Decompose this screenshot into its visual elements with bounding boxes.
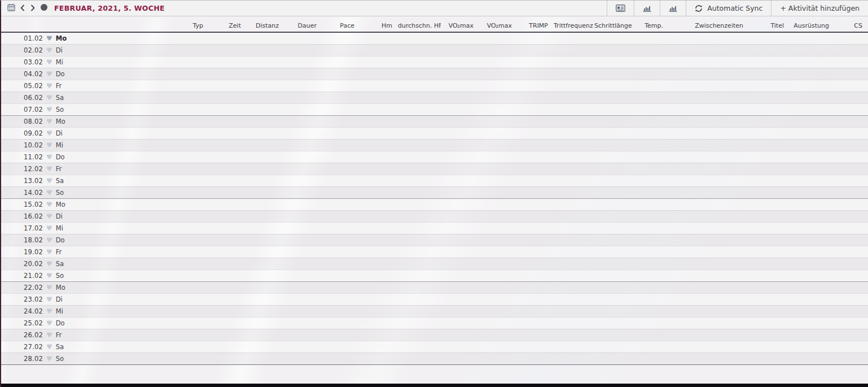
heart-icon[interactable]: ♥ <box>46 308 52 315</box>
empty-cell <box>247 293 284 305</box>
column-header-hm[interactable]: Hm <box>360 20 398 32</box>
prev-week-button[interactable] <box>17 1 28 16</box>
heart-icon[interactable]: ♥ <box>46 166 52 172</box>
heart-icon[interactable]: ♥ <box>46 332 52 338</box>
empty-cell <box>594 186 634 198</box>
date-cell: 22.02♥Mo <box>1 281 170 293</box>
empty-cell <box>322 127 360 139</box>
calendar-button[interactable] <box>5 1 17 16</box>
column-header-trimp[interactable]: TRIMP <box>518 20 554 32</box>
heart-icon[interactable]: ♥ <box>46 35 52 42</box>
empty-cell <box>594 151 634 163</box>
column-header-ausr-stung[interactable]: Ausrüstung <box>790 20 835 32</box>
heart-icon[interactable]: ♥ <box>46 272 52 279</box>
heart-icon[interactable]: ♥ <box>46 94 52 101</box>
column-header-dauer[interactable]: Dauer <box>284 20 322 32</box>
empty-cell <box>247 329 284 341</box>
heart-icon[interactable]: ♥ <box>46 71 52 77</box>
column-header-titel[interactable]: Titel <box>749 20 790 32</box>
empty-cell <box>170 186 209 198</box>
column-header-vo-max[interactable]: VO₂max <box>479 20 518 32</box>
heart-icon[interactable]: ♥ <box>46 249 52 255</box>
empty-cell <box>170 269 209 281</box>
column-header-distanz[interactable]: Distanz <box>247 20 284 32</box>
empty-cell <box>322 175 360 186</box>
empty-cell <box>594 222 634 234</box>
heart-icon[interactable]: ♥ <box>46 177 52 184</box>
empty-cell <box>479 269 518 281</box>
empty-cell <box>835 317 868 329</box>
empty-cell <box>170 68 209 80</box>
column-header-temp-[interactable]: Temp. <box>634 20 669 32</box>
heart-icon[interactable]: ♥ <box>46 237 52 243</box>
empty-cell <box>518 258 554 269</box>
empty-cell <box>247 269 284 281</box>
month-statistics-button[interactable] <box>634 1 660 16</box>
empty-cell <box>518 281 554 293</box>
empty-cell <box>360 281 398 293</box>
heart-icon[interactable]: ♥ <box>46 296 52 303</box>
empty-cell <box>835 234 868 246</box>
period-title[interactable]: FEBRUAR, 2021, 5. WOCHE <box>54 4 165 12</box>
heart-icon[interactable]: ♥ <box>46 47 52 54</box>
empty-cell <box>441 258 479 269</box>
column-header-zeit[interactable]: Zeit <box>209 20 247 32</box>
empty-cell <box>441 281 479 293</box>
column-header-cs[interactable]: CS <box>835 20 868 32</box>
empty-cell <box>247 341 284 353</box>
empty-cell <box>835 44 868 56</box>
empty-cell <box>398 234 441 246</box>
column-header-pace[interactable]: Pace <box>322 20 360 32</box>
heart-icon[interactable]: ♥ <box>46 130 52 137</box>
column-header-schrittl-nge[interactable]: Schrittlänge <box>594 20 634 32</box>
toolbar-left: FEBRUAR, 2021, 5. WOCHE <box>1 1 165 16</box>
date-cell: 08.02♥Mo <box>1 115 170 127</box>
automatic-sync-button[interactable]: Automatic Sync <box>686 1 771 16</box>
empty-cell <box>322 198 360 210</box>
heart-icon[interactable]: ♥ <box>46 189 52 196</box>
empty-cell <box>790 258 835 269</box>
heart-icon[interactable]: ♥ <box>46 82 52 89</box>
add-activity-button[interactable]: + Aktivität hinzufügen <box>771 1 868 16</box>
heart-icon[interactable]: ♥ <box>46 343 52 350</box>
empty-cell <box>479 186 518 198</box>
week-statistics-button[interactable] <box>660 1 686 16</box>
heart-icon[interactable]: ♥ <box>46 284 52 291</box>
heart-icon[interactable]: ♥ <box>46 225 52 232</box>
empty-cell <box>669 163 749 175</box>
heart-icon[interactable]: ♥ <box>46 142 52 149</box>
empty-cell <box>398 305 441 317</box>
empty-cell <box>669 198 749 210</box>
column-header-vo-max[interactable]: VO₂max <box>441 20 479 32</box>
heart-icon[interactable]: ♥ <box>46 201 52 208</box>
date-cell: 13.02♥Sa <box>1 175 170 186</box>
heart-icon[interactable]: ♥ <box>46 320 52 327</box>
empty-cell <box>441 68 479 80</box>
card-view-button[interactable] <box>607 1 634 16</box>
column-header-durchschn-hf[interactable]: durchschn. HF <box>398 20 441 32</box>
heart-icon[interactable]: ♥ <box>46 355 52 362</box>
column-header-typ[interactable]: Typ <box>170 20 209 32</box>
column-header-trittfrequenz[interactable]: Trittfrequenz <box>554 20 594 32</box>
heart-icon[interactable]: ♥ <box>46 118 52 125</box>
empty-cell <box>749 222 790 234</box>
heart-icon[interactable]: ♥ <box>46 260 52 267</box>
empty-cell <box>554 305 594 317</box>
empty-cell <box>594 341 634 353</box>
heart-icon[interactable]: ♥ <box>46 59 52 66</box>
heart-icon[interactable]: ♥ <box>46 213 52 220</box>
jump-to-today-button[interactable] <box>38 1 50 16</box>
empty-cell <box>790 222 835 234</box>
empty-cell <box>170 139 209 151</box>
circle-icon <box>40 3 48 14</box>
empty-cell <box>790 317 835 329</box>
heart-icon[interactable]: ♥ <box>46 154 52 160</box>
empty-cell <box>554 258 594 269</box>
heart-icon[interactable]: ♥ <box>46 106 52 113</box>
column-header-zwischenzeiten[interactable]: Zwischenzeiten <box>669 20 749 32</box>
empty-cell <box>749 68 790 80</box>
date-cell: 07.02♥So <box>1 103 170 115</box>
next-week-button[interactable] <box>28 1 38 16</box>
empty-cell <box>518 139 554 151</box>
empty-cell <box>594 175 634 186</box>
